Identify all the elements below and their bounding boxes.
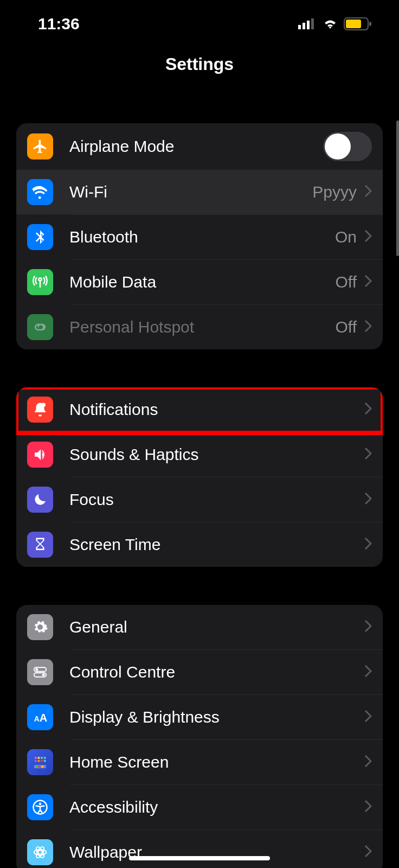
row-label: Bluetooth	[69, 228, 335, 246]
row-screen-time[interactable]: Screen Time	[16, 522, 383, 567]
settings-group-general: General Control Centre AA Display & Brig…	[16, 605, 383, 868]
row-label: Notifications	[69, 400, 364, 419]
wifi-icon	[27, 179, 53, 205]
row-notifications[interactable]: Notifications	[16, 387, 383, 432]
row-sounds-haptics[interactable]: Sounds & Haptics	[16, 432, 383, 477]
settings-group-notifications: Notifications Sounds & Haptics Focus Scr…	[16, 387, 383, 567]
airplane-icon	[27, 133, 53, 159]
svg-point-11	[42, 674, 45, 676]
svg-rect-21	[44, 760, 46, 762]
page-header: Settings	[0, 38, 399, 96]
bluetooth-icon	[27, 224, 53, 250]
cellular-icon	[298, 18, 317, 29]
svg-point-28	[38, 850, 42, 854]
svg-rect-0	[298, 25, 301, 29]
row-wifi[interactable]: Wi-Fi Ppyyy	[16, 170, 383, 214]
hourglass-icon	[27, 532, 53, 558]
row-label: Control Centre	[69, 663, 364, 681]
svg-rect-17	[44, 757, 46, 759]
svg-rect-23	[35, 765, 37, 768]
chevron-right-icon	[364, 665, 372, 680]
text-size-icon: AA	[27, 704, 53, 730]
chevron-right-icon	[364, 755, 372, 770]
svg-rect-2	[307, 21, 310, 29]
svg-rect-18	[35, 760, 37, 762]
svg-rect-16	[41, 757, 43, 759]
chevron-right-icon	[364, 620, 372, 635]
settings-group-connectivity: Airplane Mode Wi-Fi Ppyyy Bluetooth On M…	[16, 123, 383, 349]
wifi-icon	[322, 18, 338, 30]
svg-rect-5	[346, 20, 361, 28]
chevron-right-icon	[364, 447, 372, 462]
svg-text:A: A	[34, 715, 40, 723]
accessibility-icon	[27, 794, 53, 820]
svg-rect-14	[35, 757, 37, 759]
row-focus[interactable]: Focus	[16, 477, 383, 522]
chevron-right-icon	[364, 229, 372, 245]
row-bluetooth[interactable]: Bluetooth On	[16, 215, 383, 259]
moon-icon	[27, 487, 53, 513]
row-value: Off	[336, 273, 357, 291]
row-label: General	[69, 618, 364, 636]
svg-point-7	[42, 403, 46, 407]
row-label: Sounds & Haptics	[69, 445, 364, 464]
chevron-right-icon	[364, 537, 372, 552]
row-control-centre[interactable]: Control Centre	[16, 650, 383, 694]
row-label: Airplane Mode	[69, 137, 323, 156]
battery-icon	[344, 17, 372, 30]
status-bar: 11:36	[0, 0, 399, 38]
row-label: Wi-Fi	[69, 183, 312, 201]
row-wallpaper[interactable]: Wallpaper	[16, 830, 383, 868]
status-time: 11:36	[38, 15, 80, 33]
row-label: Home Screen	[69, 753, 364, 771]
chevron-right-icon	[364, 402, 372, 417]
row-airplane-mode[interactable]: Airplane Mode	[16, 123, 383, 170]
svg-text:A: A	[40, 712, 47, 724]
switches-icon	[27, 659, 53, 685]
row-home-screen[interactable]: Home Screen	[16, 740, 383, 784]
chevron-right-icon	[364, 275, 372, 290]
svg-point-27	[39, 803, 42, 806]
bell-icon	[27, 397, 53, 423]
svg-rect-1	[303, 23, 305, 29]
row-value: Off	[336, 318, 357, 336]
chevron-right-icon	[364, 710, 372, 725]
home-indicator[interactable]	[129, 856, 270, 860]
row-label: Accessibility	[69, 798, 364, 816]
row-accessibility[interactable]: Accessibility	[16, 785, 383, 829]
chevron-right-icon	[364, 184, 372, 200]
scroll-indicator[interactable]	[396, 120, 399, 256]
svg-rect-24	[38, 765, 41, 768]
row-label: Personal Hotspot	[69, 318, 336, 336]
status-icons	[298, 17, 372, 30]
row-value: On	[335, 228, 357, 246]
wallpaper-icon	[27, 839, 53, 865]
svg-point-9	[35, 668, 38, 671]
row-display-brightness[interactable]: AA Display & Brightness	[16, 695, 383, 739]
row-label: Mobile Data	[69, 273, 336, 291]
row-label: Screen Time	[69, 535, 364, 554]
row-personal-hotspot[interactable]: Personal Hotspot Off	[16, 305, 383, 349]
row-label: Focus	[69, 490, 364, 509]
row-label: Display & Brightness	[69, 708, 364, 726]
airplane-toggle[interactable]	[323, 132, 372, 161]
row-value: Ppyyy	[312, 183, 357, 201]
row-general[interactable]: General	[16, 605, 383, 649]
svg-rect-6	[369, 22, 371, 26]
svg-rect-19	[38, 760, 40, 762]
chevron-right-icon	[364, 845, 372, 860]
chevron-right-icon	[364, 492, 372, 507]
speaker-icon	[27, 442, 53, 468]
svg-rect-15	[38, 757, 40, 759]
home-grid-icon	[27, 749, 53, 775]
chevron-right-icon	[364, 800, 372, 815]
hotspot-icon	[27, 314, 53, 340]
row-mobile-data[interactable]: Mobile Data Off	[16, 260, 383, 304]
antenna-icon	[27, 269, 53, 295]
chevron-right-icon	[364, 320, 372, 335]
svg-rect-20	[41, 760, 43, 762]
gear-icon	[27, 614, 53, 640]
page-title: Settings	[0, 54, 399, 74]
svg-rect-25	[42, 765, 44, 768]
svg-rect-3	[311, 18, 314, 29]
